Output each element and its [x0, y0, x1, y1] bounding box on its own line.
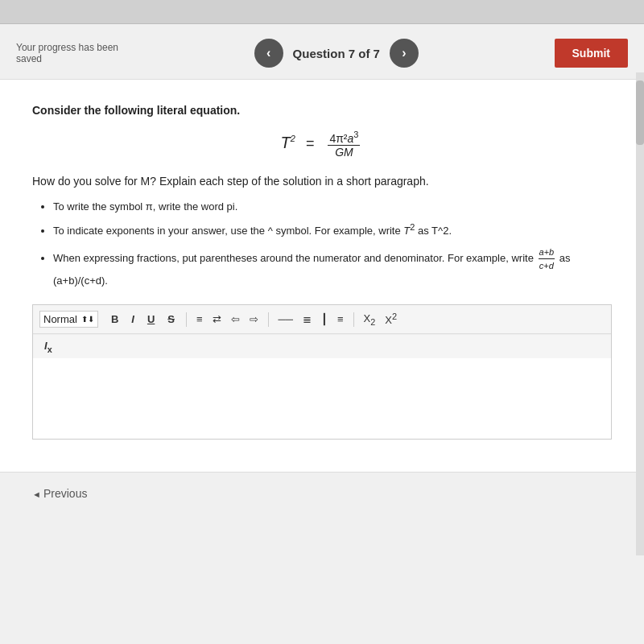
scrollbar-thumb[interactable]: [636, 80, 644, 145]
bullets-list: To write the symbol π, write the word pi…: [40, 199, 612, 289]
format-dropdown-icon[interactable]: ⬆⬇: [81, 315, 94, 324]
bullet-1: To write the symbol π, write the word pi…: [53, 199, 612, 215]
outdent-button[interactable]: ⇦: [228, 312, 243, 327]
editor-body[interactable]: [33, 358, 611, 439]
footer-bar: Previous: [0, 472, 644, 514]
editor-container: Normal ⬆⬇ B I U S ≡ ⇄ ⇦ ⇨ ── ≣ ┃ ≡: [32, 304, 612, 440]
solve-question: How do you solve for M? Explain each ste…: [32, 175, 612, 188]
subscript-button[interactable]: X2: [361, 311, 379, 328]
format-select[interactable]: Normal ⬆⬇: [39, 311, 98, 328]
bullet-3: When expressing fractions, put parenthes…: [53, 246, 612, 289]
submit-button[interactable]: Submit: [555, 39, 628, 68]
ordered-list-button[interactable]: ⇄: [209, 312, 225, 327]
indent-button[interactable]: ⇨: [246, 312, 262, 327]
align-right-button[interactable]: ┃: [318, 312, 331, 327]
prev-nav-button[interactable]: ‹: [254, 39, 283, 68]
editor-toolbar: Normal ⬆⬇ B I U S ≡ ⇄ ⇦ ⇨ ── ≣ ┃ ≡: [33, 305, 611, 333]
italic-button[interactable]: I: [126, 312, 139, 327]
underline-button[interactable]: U: [142, 312, 159, 327]
page-wrapper: Your progress has been saved ‹ Question …: [0, 24, 644, 644]
separator-3: [353, 312, 354, 327]
separator-1: [186, 312, 187, 327]
equation-fraction: 4π²a3 GM: [328, 130, 360, 159]
progress-text: Your progress has been saved: [16, 42, 118, 64]
unordered-list-button[interactable]: ≡: [193, 312, 206, 327]
content-area: Consider the following literal equation.…: [0, 80, 644, 472]
nav-group: ‹ Question 7 of 7 ›: [254, 39, 419, 68]
question-label: Question 7 of 7: [293, 47, 380, 60]
clear-formatting-button[interactable]: Ix: [39, 338, 57, 356]
superscript-button[interactable]: X2: [382, 310, 400, 328]
separator-2: [268, 312, 269, 327]
equation-block: T2 = 4π²a3 GM: [32, 130, 612, 159]
align-center-button[interactable]: ≣: [299, 312, 315, 327]
top-bar: [0, 0, 644, 24]
strikethrough-button[interactable]: S: [163, 312, 180, 327]
editor-second-row: Ix: [33, 334, 611, 359]
next-nav-button[interactable]: ›: [390, 39, 419, 68]
bold-button[interactable]: B: [106, 312, 123, 327]
format-label: Normal: [43, 313, 77, 325]
scrollbar-track[interactable]: [636, 72, 644, 555]
question-intro: Consider the following literal equation.: [32, 104, 612, 117]
align-left-button[interactable]: ──: [275, 312, 296, 327]
align-justify-button[interactable]: ≡: [334, 312, 347, 327]
example-fraction: a+b c+d: [539, 246, 555, 273]
bullet-2: To indicate exponents in your answer, us…: [53, 221, 612, 239]
header-bar: Your progress has been saved ‹ Question …: [0, 24, 644, 80]
previous-link[interactable]: Previous: [32, 487, 87, 500]
